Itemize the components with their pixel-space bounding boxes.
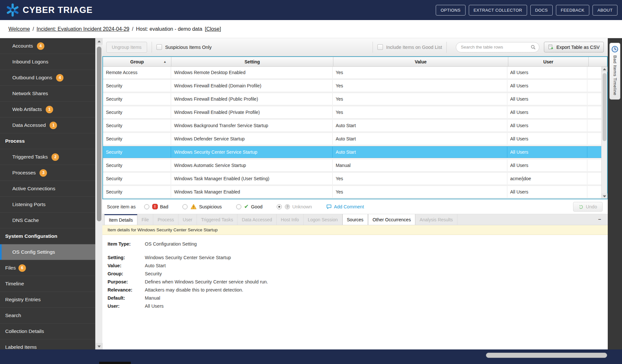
table-search-input[interactable] xyxy=(461,45,531,50)
horizontal-scrollbar-thumb[interactable] xyxy=(486,353,607,358)
column-header-user[interactable]: User xyxy=(508,57,589,66)
cell-value: Yes xyxy=(333,93,507,105)
breadcrumb-close-link[interactable]: [Close] xyxy=(205,26,221,32)
table-row[interactable]: Remote AccessWindows Remote Desktop Enab… xyxy=(103,67,601,78)
count-badge: 2 xyxy=(52,153,59,161)
about-button[interactable]: ABOUT xyxy=(593,5,617,16)
score-option-good[interactable]: ✔Good xyxy=(236,204,263,209)
table-row[interactable]: SecurityWindows Background Transfer Serv… xyxy=(103,120,601,131)
bad-items-timeline-tab[interactable]: Bad Items Timeline xyxy=(609,43,620,100)
cell-spacer xyxy=(587,106,601,118)
breadcrumb-incident-link[interactable]: Incident: Evaluation Incident 2024-04-29 xyxy=(37,26,129,32)
breadcrumb-welcome-link[interactable]: Welcome xyxy=(8,26,30,32)
ungroup-items-button[interactable]: Ungroup Items xyxy=(106,42,147,53)
table-scrollbar-thumb[interactable] xyxy=(603,73,606,141)
suspicious-only-checkbox-group[interactable]: Suspicious Items Only xyxy=(156,44,212,50)
extract-collector-button[interactable]: EXTRACT COLLECTOR xyxy=(469,5,527,16)
item-details-banner: Item details for Windows Security Center… xyxy=(102,225,608,235)
sidebar-item-collection-details[interactable]: Collection Details xyxy=(0,324,95,339)
sidebar-item-label: Registry Entries xyxy=(5,297,40,303)
options-button[interactable]: OPTIONS xyxy=(436,5,465,16)
table-row[interactable]: SecurityWindows Task Manager Enabled (Us… xyxy=(103,173,601,184)
sidebar-item-registry-entries[interactable]: Registry Entries xyxy=(0,292,95,308)
sidebar-item-label: System Configuration xyxy=(5,233,57,239)
detail-field-value: Value:Auto Start xyxy=(108,263,608,268)
sidebar-item-triggered-tasks[interactable]: Triggered Tasks2 xyxy=(0,149,95,165)
include-good-checkbox[interactable] xyxy=(377,44,383,50)
score-option-label: Unknown xyxy=(292,204,312,209)
sidebar-item-files[interactable]: Files6 xyxy=(0,260,95,276)
column-header-value[interactable]: Value xyxy=(333,57,508,66)
table-row[interactable]: SecurityWindows Firewall Enabled (Domain… xyxy=(103,80,601,92)
include-good-checkbox-group[interactable]: Include Items on Good List xyxy=(377,44,442,50)
sidebar-scroll-down-button[interactable] xyxy=(96,343,103,349)
detail-field-item-type: Item Type:OS Configuration Setting xyxy=(108,241,608,247)
score-option-unknown[interactable]: ?Unknown xyxy=(277,204,312,209)
add-comment-label: Add Comment xyxy=(334,204,364,209)
sidebar-item-timeline[interactable]: Timeline xyxy=(0,276,95,292)
cell-setting: Windows Automatic Service Startup xyxy=(171,160,333,171)
right-panel-strip: Bad Items Timeline xyxy=(608,38,622,349)
cell-value: Manual xyxy=(333,160,507,171)
sidebar-item-accounts[interactable]: Accounts4 xyxy=(0,38,95,54)
detail-field-setting: Setting:Windows Security Center Service … xyxy=(108,255,608,260)
sidebar-item-inbound-logons[interactable]: Inbound Logons xyxy=(0,54,95,70)
sidebar-item-processes[interactable]: Processes3 xyxy=(0,165,95,181)
sidebar-item-label: DNS Cache xyxy=(12,217,39,223)
tab-item-details[interactable]: Item Details xyxy=(104,214,137,225)
cell-setting: Windows Remote Desktop Enabled xyxy=(171,67,333,78)
detail-field-value: Attackers may disable this to prevent de… xyxy=(145,287,243,292)
cell-user: All Users xyxy=(507,120,587,131)
sidebar-item-network-shares[interactable]: Network Shares xyxy=(0,86,95,102)
table-row[interactable]: SecurityWindows Firewall Enabled (Privat… xyxy=(103,106,601,118)
table-row[interactable]: SecurityWindows Task Manager EnabledYesA… xyxy=(103,186,601,198)
svg-text:!: ! xyxy=(193,205,194,209)
feedback-button[interactable]: FEEDBACK xyxy=(556,5,589,16)
sidebar-item-labeled-items[interactable]: Labeled Items xyxy=(0,339,95,349)
undo-label: Undo xyxy=(586,204,597,209)
undo-button[interactable]: Undo xyxy=(573,202,603,212)
tab-other-occurrences[interactable]: Other Occurrences xyxy=(368,214,415,225)
sort-ascending-icon: ▲ xyxy=(163,60,167,63)
sidebar-item-listening-ports[interactable]: Listening Ports xyxy=(0,197,95,213)
radio-unknown[interactable] xyxy=(277,204,282,209)
table-row[interactable]: SecurityWindows Security Center Service … xyxy=(103,146,601,158)
radio-suspicious[interactable] xyxy=(182,204,188,209)
breadcrumb-host-label: Host: evaluation - demo data xyxy=(136,26,202,32)
column-header-group[interactable]: Group ▲ xyxy=(103,57,171,66)
table-row[interactable]: SecurityWindows Firewall Enabled (Public… xyxy=(103,93,601,105)
sidebar-item-search[interactable]: Search xyxy=(0,308,95,324)
score-option-suspicious[interactable]: !Suspicious xyxy=(182,204,222,209)
tab-host-info: Host Info xyxy=(277,214,304,225)
radio-good[interactable] xyxy=(236,204,241,209)
sidebar-item-dns-cache[interactable]: DNS Cache xyxy=(0,213,95,228)
export-csv-button[interactable]: Export Table as CSV xyxy=(544,42,604,52)
table-scroll-down-button[interactable] xyxy=(602,193,607,199)
sidebar-scroll-up-button[interactable] xyxy=(96,38,103,45)
score-option-bad[interactable]: !Bad xyxy=(144,204,168,209)
sidebar-item-label: Web Artifacts xyxy=(12,106,42,112)
add-comment-link[interactable]: Add Comment xyxy=(326,204,364,209)
suspicious-only-checkbox[interactable] xyxy=(156,44,162,50)
sidebar-item-data-accessed[interactable]: Data Accessed1 xyxy=(0,117,95,133)
table-row[interactable]: SecurityWindows Defender Service Startup… xyxy=(103,133,601,145)
sidebar-item-outbound-logons[interactable]: Outbound Logons4 xyxy=(0,70,95,86)
table-row[interactable]: SecurityWindows Automatic Service Startu… xyxy=(103,160,601,171)
sidebar-scrollbar-thumb[interactable] xyxy=(97,47,101,221)
sidebar-item-web-artifacts[interactable]: Web Artifacts1 xyxy=(0,102,95,117)
column-header-setting[interactable]: Setting xyxy=(171,57,333,66)
tab-sources[interactable]: Sources xyxy=(342,214,368,225)
collapse-panel-button[interactable]: – xyxy=(596,216,603,223)
sidebar-item-label: Network Shares xyxy=(12,91,48,96)
breadcrumb-separator: / xyxy=(32,26,34,32)
tab-logon-session: Logon Session xyxy=(304,214,342,225)
sidebar-item-active-connections[interactable]: Active Connections xyxy=(0,181,95,197)
cell-value: Yes xyxy=(333,106,507,118)
radio-bad[interactable] xyxy=(144,204,149,209)
score-option-label: Suspicious xyxy=(199,204,222,209)
count-badge: 4 xyxy=(56,74,63,82)
docs-button[interactable]: DOCS xyxy=(530,5,553,16)
sidebar-item-os-config-settings[interactable]: OS Config Settings xyxy=(0,244,95,260)
detail-field-label: Value: xyxy=(108,263,145,268)
table-scroll-up-button[interactable] xyxy=(602,67,607,72)
